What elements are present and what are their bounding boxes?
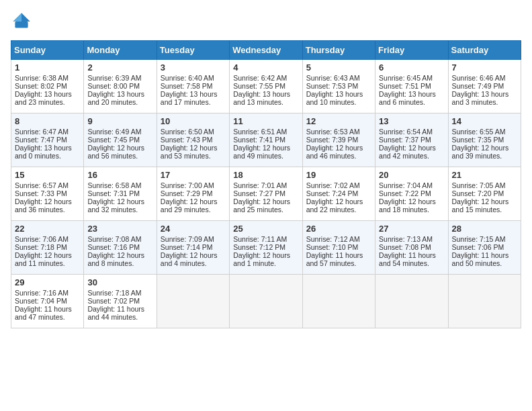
svg-marker-1 <box>13 13 21 21</box>
calendar-cell: 18Sunrise: 7:01 AMSunset: 7:27 PMDayligh… <box>230 167 302 221</box>
calendar-cell: 21Sunrise: 7:05 AMSunset: 7:20 PMDayligh… <box>448 167 521 221</box>
calendar-cell <box>448 275 521 328</box>
calendar-cell <box>157 275 229 328</box>
day-num: 17 <box>161 170 226 180</box>
calendar-cell <box>375 275 448 328</box>
calendar-cell: 5Sunrise: 6:43 AMSunset: 7:53 PMDaylight… <box>302 60 375 113</box>
calendar-cell: 13Sunrise: 6:54 AMSunset: 7:37 PMDayligh… <box>375 113 448 167</box>
day-num: 23 <box>87 224 152 234</box>
day-num: 6 <box>379 62 444 73</box>
day-num: 25 <box>233 224 298 234</box>
calendar-cell: 25Sunrise: 7:11 AMSunset: 7:12 PMDayligh… <box>230 221 302 275</box>
calendar-cell: 8Sunrise: 6:47 AMSunset: 7:47 PMDaylight… <box>11 113 84 167</box>
day-num: 14 <box>452 116 517 126</box>
col-tuesday: Tuesday <box>157 41 229 60</box>
day-num: 1 <box>15 62 80 73</box>
calendar-cell: 26Sunrise: 7:12 AMSunset: 7:10 PMDayligh… <box>302 221 375 275</box>
day-num: 19 <box>306 170 371 180</box>
calendar-cell: 15Sunrise: 6:57 AMSunset: 7:33 PMDayligh… <box>11 167 84 221</box>
calendar-cell: 3Sunrise: 6:40 AMSunset: 7:58 PMDaylight… <box>157 60 229 113</box>
calendar-cell: 23Sunrise: 7:08 AMSunset: 7:16 PMDayligh… <box>84 221 157 275</box>
calendar-cell <box>302 275 375 328</box>
logo-icon <box>11 11 32 32</box>
day-num: 9 <box>87 116 152 126</box>
day-num: 21 <box>452 170 517 180</box>
calendar-cell: 7Sunrise: 6:46 AMSunset: 7:49 PMDaylight… <box>448 60 521 113</box>
day-num: 13 <box>379 116 444 126</box>
day-num: 22 <box>15 224 80 234</box>
calendar-cell: 4Sunrise: 6:42 AMSunset: 7:55 PMDaylight… <box>230 60 302 113</box>
svg-rect-2 <box>15 21 28 28</box>
day-num: 8 <box>15 116 80 126</box>
calendar-cell: 30Sunrise: 7:18 AMSunset: 7:02 PMDayligh… <box>84 275 157 328</box>
day-num: 28 <box>452 224 517 234</box>
calendar-cell: 29Sunrise: 7:16 AMSunset: 7:04 PMDayligh… <box>11 275 84 328</box>
day-num: 18 <box>233 170 298 180</box>
day-num: 5 <box>306 62 371 73</box>
day-num: 10 <box>161 116 226 126</box>
calendar-cell <box>230 275 302 328</box>
day-num: 12 <box>306 116 371 126</box>
day-num: 15 <box>15 170 80 180</box>
col-thursday: Thursday <box>302 41 375 60</box>
page-header <box>11 11 521 32</box>
day-num: 11 <box>233 116 298 126</box>
logo <box>11 11 36 32</box>
calendar-cell: 28Sunrise: 7:15 AMSunset: 7:06 PMDayligh… <box>448 221 521 275</box>
calendar-cell: 6Sunrise: 6:45 AMSunset: 7:51 PMDaylight… <box>375 60 448 113</box>
col-wednesday: Wednesday <box>230 41 302 60</box>
day-num: 24 <box>161 224 226 234</box>
calendar-cell: 12Sunrise: 6:53 AMSunset: 7:39 PMDayligh… <box>302 113 375 167</box>
calendar-cell: 11Sunrise: 6:51 AMSunset: 7:41 PMDayligh… <box>230 113 302 167</box>
calendar-cell: 20Sunrise: 7:04 AMSunset: 7:22 PMDayligh… <box>375 167 448 221</box>
calendar-cell: 9Sunrise: 6:49 AMSunset: 7:45 PMDaylight… <box>84 113 157 167</box>
day-num: 2 <box>87 62 152 73</box>
calendar-cell: 19Sunrise: 7:02 AMSunset: 7:24 PMDayligh… <box>302 167 375 221</box>
day-num: 30 <box>87 277 152 287</box>
calendar-cell: 27Sunrise: 7:13 AMSunset: 7:08 PMDayligh… <box>375 221 448 275</box>
col-sunday: Sunday <box>11 41 84 60</box>
calendar-table: Sunday Monday Tuesday Wednesday Thursday… <box>11 40 521 328</box>
calendar-cell: 16Sunrise: 6:58 AMSunset: 7:31 PMDayligh… <box>84 167 157 221</box>
day-num: 7 <box>452 62 517 73</box>
col-monday: Monday <box>84 41 157 60</box>
calendar-cell: 17Sunrise: 7:00 AMSunset: 7:29 PMDayligh… <box>157 167 229 221</box>
day-num: 26 <box>306 224 371 234</box>
day-num: 4 <box>233 62 298 73</box>
day-num: 16 <box>87 170 152 180</box>
calendar-cell: 10Sunrise: 6:50 AMSunset: 7:43 PMDayligh… <box>157 113 229 167</box>
day-num: 29 <box>15 277 80 287</box>
calendar-cell: 22Sunrise: 7:06 AMSunset: 7:18 PMDayligh… <box>11 221 84 275</box>
day-num: 20 <box>379 170 444 180</box>
calendar-cell: 2Sunrise: 6:39 AMSunset: 8:00 PMDaylight… <box>84 60 157 113</box>
svg-marker-0 <box>21 13 30 21</box>
header-row: Sunday Monday Tuesday Wednesday Thursday… <box>11 41 521 60</box>
calendar-cell: 24Sunrise: 7:09 AMSunset: 7:14 PMDayligh… <box>157 221 229 275</box>
col-saturday: Saturday <box>448 41 521 60</box>
calendar-cell: 1Sunrise: 6:38 AMSunset: 8:02 PMDaylight… <box>11 60 84 113</box>
day-num: 27 <box>379 224 444 234</box>
day-num: 3 <box>161 62 226 73</box>
calendar-cell: 14Sunrise: 6:55 AMSunset: 7:35 PMDayligh… <box>448 113 521 167</box>
col-friday: Friday <box>375 41 448 60</box>
